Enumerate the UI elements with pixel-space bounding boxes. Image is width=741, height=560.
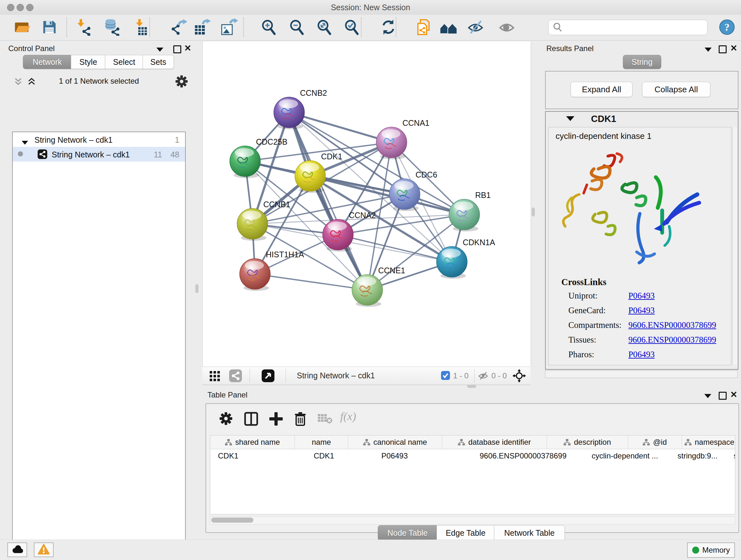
network-edge[interactable]: [289, 112, 392, 142]
protein-structure-image: [560, 146, 710, 275]
function-builder-fx[interactable]: f(x): [340, 410, 356, 423]
network-row-selected[interactable]: String Network – cdk1 11 48: [13, 147, 185, 162]
export-image-button[interactable]: [220, 18, 239, 37]
column-header[interactable]: @id: [628, 435, 682, 449]
toolbar-divider: [474, 369, 475, 383]
float-panel-icon[interactable]: [704, 394, 711, 399]
selected-checkbox-icon[interactable]: [441, 371, 450, 381]
network-node-hist1h1a[interactable]: HIST1H1A: [240, 250, 304, 291]
export-network-button[interactable]: [170, 18, 188, 37]
table-options-gear-icon[interactable]: [219, 412, 233, 427]
hidden-eye-slash-icon[interactable]: [478, 371, 488, 382]
scrollbar-thumb[interactable]: [211, 517, 253, 523]
delete-table-icon[interactable]: [317, 412, 333, 426]
column-header[interactable]: description: [547, 435, 628, 449]
collapse-all-button[interactable]: Collapse All: [642, 82, 711, 97]
network-node-ccnb1[interactable]: CCNB1: [237, 200, 290, 241]
network-canvas[interactable]: CCNB2CCNA1CDC25BCDK1CDC6RB1CCNB1CCNA2CDK…: [202, 42, 531, 367]
crosslink-tissues-link[interactable]: 9606.ENSP00000378699: [628, 335, 716, 345]
cloud-button[interactable]: [7, 543, 27, 557]
right-splitter-handle[interactable]: [532, 207, 535, 216]
birds-eye-view-icon[interactable]: [513, 369, 526, 384]
network-node-cdk1[interactable]: CDK1: [295, 152, 342, 193]
float-panel-icon[interactable]: [704, 47, 712, 53]
network-options-gear-icon[interactable]: [175, 75, 188, 89]
network-node-cdkn1a[interactable]: CDKN1A: [436, 238, 495, 279]
column-header[interactable]: shared name: [210, 435, 295, 449]
selected-counts: 1 - 0: [453, 371, 468, 380]
import-network-file-button[interactable]: [75, 18, 93, 37]
close-panel-icon[interactable]: ✕: [730, 392, 738, 398]
left-splitter-handle[interactable]: [195, 284, 199, 293]
expand-all-button[interactable]: Expand All: [570, 82, 632, 97]
network-list: String Network – cdk1 1 String Network –…: [12, 132, 186, 560]
column-header[interactable]: canonical name: [348, 435, 442, 449]
open-in-window-icon[interactable]: [262, 369, 274, 383]
tab-network-table[interactable]: Network Table: [494, 525, 565, 541]
warnings-button[interactable]: [34, 543, 54, 557]
crosslink-compartments-link[interactable]: 9606.ENSP00000378699: [628, 320, 716, 330]
export-table-button[interactable]: [193, 18, 212, 37]
results-vertical-scrollbar[interactable]: [732, 127, 737, 365]
toolbar-divider: [286, 369, 286, 383]
crosslink-genecard-link[interactable]: P06493: [628, 306, 655, 315]
tab-node-table[interactable]: Node Table: [378, 525, 437, 541]
table-horizontal-scrollbar[interactable]: [210, 516, 735, 524]
save-session-button[interactable]: [40, 18, 59, 37]
crosslinks-heading: CrossLinks: [561, 277, 606, 287]
results-horizontal-scrollbar[interactable]: [545, 370, 738, 378]
expand-all-networks-icon[interactable]: [26, 76, 37, 88]
zoom-in-button[interactable]: [259, 18, 278, 37]
collection-expand-icon[interactable]: [22, 137, 28, 146]
delete-column-trash-icon[interactable]: [293, 412, 308, 428]
network-edge[interactable]: [338, 235, 452, 262]
search-input[interactable]: [564, 21, 702, 33]
undock-panel-icon[interactable]: [173, 45, 181, 55]
table-panel-title: Table Panel: [207, 390, 247, 399]
grid-view-icon[interactable]: [209, 371, 220, 383]
import-network-database-button[interactable]: [103, 18, 122, 37]
tab-string-results[interactable]: String: [623, 55, 661, 69]
zoom-selected-button[interactable]: [342, 18, 361, 37]
help-button[interactable]: ?: [718, 18, 736, 37]
apply-layout-button[interactable]: [379, 18, 398, 37]
collapse-all-networks-icon[interactable]: [13, 76, 23, 88]
table-row[interactable]: CDK1 CDK1 P06493 9606.ENSP00000378699 cy…: [210, 449, 735, 462]
network-collection-row[interactable]: String Network – cdk1 1: [13, 132, 185, 147]
column-header[interactable]: namespace: [682, 435, 735, 449]
create-column-plus-icon[interactable]: [269, 412, 283, 428]
undock-panel-icon[interactable]: [719, 45, 727, 55]
close-panel-icon[interactable]: ✕: [730, 45, 738, 51]
import-table-button[interactable]: [131, 18, 149, 37]
show-columns-icon[interactable]: [244, 412, 259, 428]
cell-id: stringdb:9...: [672, 449, 731, 462]
undock-panel-icon[interactable]: [719, 392, 727, 401]
open-session-button[interactable]: [13, 18, 31, 37]
tab-style[interactable]: Style: [71, 55, 106, 69]
show-hidden-button[interactable]: [497, 18, 516, 37]
network-badge-gray-icon[interactable]: [229, 369, 242, 383]
show-all-networks-button[interactable]: [440, 18, 458, 37]
crosslink-uniprot-link[interactable]: P06493: [628, 291, 655, 301]
bottom-splitter-handle[interactable]: [467, 385, 476, 388]
clone-network-button[interactable]: [414, 18, 433, 37]
crosslink-pharos-link[interactable]: P06493: [628, 350, 655, 360]
network-edge[interactable]: [255, 274, 367, 290]
column-header[interactable]: name: [295, 435, 348, 449]
zoom-fit-button[interactable]: [315, 18, 333, 37]
hide-selected-button[interactable]: [466, 18, 485, 37]
tab-network[interactable]: Network: [23, 55, 71, 69]
network-node-rb1[interactable]: RB1: [449, 191, 491, 232]
column-header[interactable]: database identifier: [442, 435, 547, 449]
float-panel-icon[interactable]: [156, 47, 163, 53]
network-edge[interactable]: [289, 112, 367, 290]
tab-select[interactable]: Select: [105, 55, 143, 69]
memory-button[interactable]: Memory: [687, 543, 735, 558]
tab-edge-table[interactable]: Edge Table: [436, 525, 495, 541]
tab-sets[interactable]: Sets: [143, 55, 174, 69]
toolbar-separator: [66, 17, 67, 37]
section-collapse-icon[interactable]: [566, 116, 575, 122]
zoom-out-button[interactable]: [287, 18, 306, 37]
gene-details-box: cyclin-dependent kinase 1: [548, 127, 731, 365]
close-panel-icon[interactable]: ✕: [184, 45, 192, 51]
